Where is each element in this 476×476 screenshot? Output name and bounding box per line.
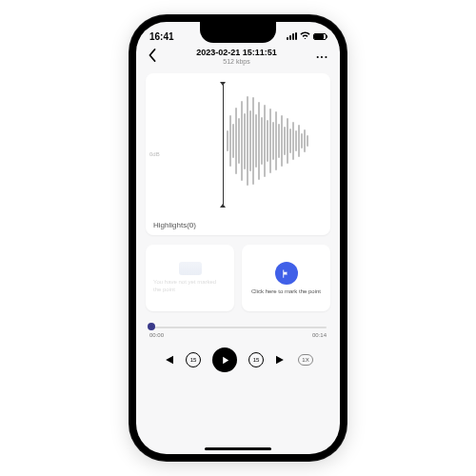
flag-icon bbox=[281, 268, 291, 279]
play-icon bbox=[220, 355, 230, 366]
header: 2023-02-21 15:11:51 512 kbps ··· bbox=[136, 47, 340, 69]
more-button[interactable]: ··· bbox=[316, 50, 328, 64]
mark-point-label: Click here to mark the point bbox=[251, 288, 321, 294]
recording-bitrate: 512 kbps bbox=[157, 58, 316, 66]
time-labels: 00:00 00:14 bbox=[149, 332, 327, 338]
seek-line bbox=[149, 327, 327, 328]
notch bbox=[200, 22, 276, 43]
highlights-label: Highlights(0) bbox=[153, 221, 196, 229]
battery-icon bbox=[313, 33, 327, 40]
rewind-15-button[interactable]: 15 bbox=[186, 352, 201, 367]
forward-label: 15 bbox=[253, 357, 260, 363]
time-total: 00:14 bbox=[312, 332, 327, 338]
waveform-area[interactable] bbox=[169, 85, 321, 197]
waveform bbox=[227, 85, 316, 197]
cards-row: You have not yet marked the point Click … bbox=[146, 245, 330, 311]
recording-title: 2023-02-21 15:11:51 bbox=[157, 49, 316, 58]
empty-hint-line1: You have not yet marked bbox=[153, 279, 216, 285]
mark-point-card[interactable]: Click here to mark the point bbox=[242, 245, 330, 311]
playhead[interactable] bbox=[223, 85, 224, 205]
mark-point-button[interactable] bbox=[275, 262, 298, 285]
speed-button[interactable]: 1X bbox=[298, 354, 313, 366]
playback-controls: 15 15 1X bbox=[136, 347, 340, 372]
empty-hint: You have not yet marked the point bbox=[153, 279, 227, 294]
phone-frame: 16:41 2023-02-21 15:11:51 512 kbps ··· 0… bbox=[129, 14, 347, 462]
empty-hint-line2: the point bbox=[153, 287, 175, 292]
home-indicator[interactable] bbox=[205, 447, 271, 450]
waveform-card: 0dB Highlights(0) bbox=[146, 73, 330, 235]
seek-knob[interactable] bbox=[148, 323, 155, 330]
rewind-label: 15 bbox=[190, 357, 197, 363]
timeline: 00:00 00:14 bbox=[149, 323, 327, 338]
play-button[interactable] bbox=[212, 347, 237, 372]
forward-15-button[interactable]: 15 bbox=[248, 352, 264, 367]
screen: 16:41 2023-02-21 15:11:51 512 kbps ··· 0… bbox=[136, 22, 340, 454]
title-block: 2023-02-21 15:11:51 512 kbps bbox=[157, 49, 316, 66]
empty-highlights-card: You have not yet marked the point bbox=[146, 245, 234, 311]
axis-label: 0dB bbox=[149, 151, 160, 157]
empty-state-icon bbox=[179, 262, 202, 275]
back-button[interactable] bbox=[148, 49, 157, 66]
next-track-button[interactable] bbox=[275, 355, 287, 365]
cellular-icon bbox=[287, 32, 297, 40]
time-current: 00:00 bbox=[149, 332, 164, 338]
status-indicators bbox=[287, 31, 327, 41]
seek-track[interactable] bbox=[149, 323, 327, 330]
wifi-icon bbox=[300, 31, 310, 41]
status-time: 16:41 bbox=[149, 31, 174, 42]
prev-track-button[interactable] bbox=[163, 355, 174, 365]
